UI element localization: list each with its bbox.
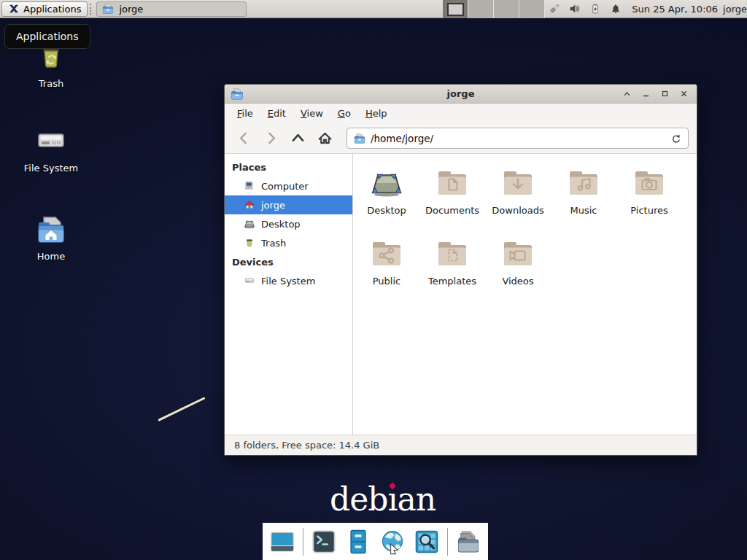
folder-view: Desktop Documents Downloads Music bbox=[353, 154, 697, 435]
back-button[interactable] bbox=[233, 128, 255, 149]
dock-app-finder[interactable] bbox=[413, 528, 441, 556]
panel-handle bbox=[90, 4, 95, 15]
sidebar-item-trash[interactable]: Trash bbox=[225, 233, 352, 252]
system-tray bbox=[548, 2, 628, 15]
dock-directory-menu[interactable] bbox=[454, 528, 482, 556]
reload-button[interactable] bbox=[670, 133, 681, 144]
folder-label: Public bbox=[373, 276, 400, 287]
sidebar-item-label: jorge bbox=[261, 200, 285, 211]
folder-label: Pictures bbox=[630, 205, 667, 216]
folder-public[interactable]: Public bbox=[354, 236, 419, 307]
clock: Sun 25 Apr, 10:06 bbox=[632, 4, 718, 15]
folder-label: Desktop bbox=[367, 205, 406, 216]
path-input[interactable] bbox=[371, 133, 665, 144]
workspace-cell[interactable] bbox=[443, 0, 468, 18]
home-button[interactable] bbox=[314, 128, 336, 149]
window-controls bbox=[619, 87, 691, 101]
folder-downloads[interactable]: Downloads bbox=[485, 166, 551, 236]
folder-label: Videos bbox=[502, 276, 533, 287]
launcher-dock bbox=[263, 523, 488, 560]
window-body: Places Computer jorge Desktop bbox=[225, 154, 697, 435]
menu-help[interactable]: Help bbox=[358, 105, 395, 122]
folder-pictures[interactable]: Pictures bbox=[616, 166, 682, 236]
desktop-icon-label: File System bbox=[24, 163, 78, 174]
volume-tray-icon[interactable] bbox=[568, 2, 581, 15]
close-button[interactable] bbox=[676, 87, 691, 101]
sidebar-item-filesystem[interactable]: File System bbox=[225, 271, 352, 290]
desktop-icon-label: Trash bbox=[39, 78, 63, 89]
menu-bar: File Edit View Go Help bbox=[225, 104, 697, 123]
toolbar bbox=[225, 123, 697, 154]
desktop-icon-filesystem[interactable]: File System bbox=[7, 124, 95, 174]
maximize-button[interactable] bbox=[657, 87, 672, 101]
minimize-button[interactable] bbox=[638, 87, 653, 101]
workspace-switcher bbox=[443, 0, 545, 18]
folder-label: Documents bbox=[425, 205, 479, 216]
devices-header: Devices bbox=[225, 252, 352, 271]
applications-button[interactable]: Applications bbox=[1, 1, 88, 17]
dock-terminal[interactable] bbox=[310, 528, 338, 556]
dock-file-manager[interactable] bbox=[344, 528, 372, 556]
menu-file[interactable]: File bbox=[230, 105, 260, 122]
taskbar-item-jorge[interactable]: jorge bbox=[96, 1, 247, 17]
sidebar: Places Computer jorge Desktop bbox=[225, 154, 353, 435]
path-bar[interactable] bbox=[347, 128, 689, 149]
notifications-tray-icon[interactable] bbox=[609, 2, 622, 15]
folder-label: Music bbox=[570, 205, 597, 216]
folder-icon bbox=[354, 133, 365, 144]
reload-icon bbox=[670, 133, 681, 144]
folder-music[interactable]: Music bbox=[551, 166, 616, 236]
top-panel: Applications jorge bbox=[0, 0, 747, 18]
folder-videos[interactable]: Videos bbox=[485, 236, 551, 307]
sidebar-item-jorge[interactable]: jorge bbox=[225, 195, 352, 214]
shade-button[interactable] bbox=[619, 87, 634, 101]
sidebar-item-label: Trash bbox=[261, 238, 286, 249]
applications-menu-icon bbox=[8, 3, 20, 15]
dock-separator bbox=[447, 528, 448, 556]
workspace-cell[interactable] bbox=[519, 0, 545, 18]
file-manager-window: jorge Fil bbox=[224, 84, 697, 456]
sidebar-item-label: Computer bbox=[261, 181, 309, 192]
status-text: 8 folders, Free space: 14.4 GiB bbox=[234, 440, 379, 451]
taskbar-item-label: jorge bbox=[119, 4, 143, 15]
status-bar: 8 folders, Free space: 14.4 GiB bbox=[225, 435, 697, 455]
applications-button-label: Applications bbox=[23, 4, 81, 15]
sidebar-item-computer[interactable]: Computer bbox=[225, 176, 352, 195]
debian-wordmark: debıan bbox=[330, 481, 436, 518]
folder-label: Templates bbox=[428, 276, 476, 287]
folder-label: Downloads bbox=[492, 205, 543, 216]
menu-view[interactable]: View bbox=[293, 105, 330, 122]
dock-web-browser[interactable] bbox=[379, 528, 406, 556]
window-titlebar[interactable]: jorge bbox=[225, 85, 697, 104]
folder-icon bbox=[102, 3, 114, 15]
applications-tooltip: Applications bbox=[4, 24, 90, 49]
workspace-cell[interactable] bbox=[494, 0, 519, 18]
desktop-icon-label: Home bbox=[37, 251, 65, 262]
desktop-icon-home[interactable]: Home bbox=[7, 212, 95, 262]
cursor-trail-artifact bbox=[158, 397, 205, 421]
sidebar-item-desktop[interactable]: Desktop bbox=[225, 214, 352, 233]
forward-button[interactable] bbox=[260, 128, 282, 149]
dock-show-desktop[interactable] bbox=[268, 528, 296, 556]
sidebar-item-label: Desktop bbox=[261, 219, 301, 230]
places-header: Places bbox=[225, 158, 352, 176]
folder-desktop[interactable]: Desktop bbox=[354, 166, 419, 236]
sidebar-item-label: File System bbox=[261, 276, 315, 287]
folder-documents[interactable]: Documents bbox=[419, 166, 485, 236]
username-label: jorge bbox=[723, 4, 747, 15]
menu-go[interactable]: Go bbox=[330, 105, 358, 122]
battery-tray-icon[interactable] bbox=[589, 2, 602, 15]
workspace-cell[interactable] bbox=[468, 0, 494, 18]
folder-templates[interactable]: Templates bbox=[419, 236, 485, 307]
up-button[interactable] bbox=[287, 128, 309, 149]
dock-separator bbox=[303, 528, 303, 556]
peripheral-tray-icon[interactable] bbox=[548, 2, 561, 15]
menu-edit[interactable]: Edit bbox=[260, 105, 293, 122]
